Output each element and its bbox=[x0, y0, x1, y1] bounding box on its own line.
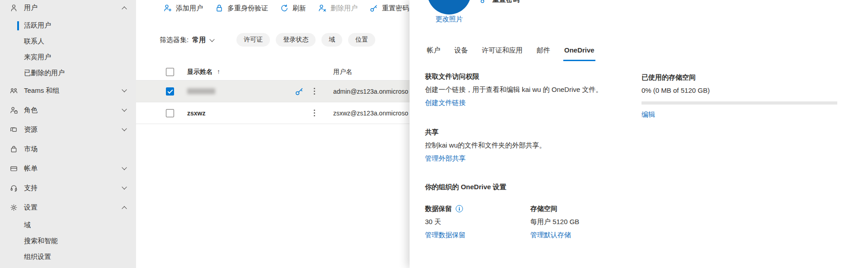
org-onedrive-settings-header: 你的组织的 OneDrive 设置 bbox=[425, 183, 506, 191]
selected-indicator bbox=[17, 21, 19, 30]
sidebar-item-guest-users[interactable]: 来宾用户 bbox=[0, 49, 136, 65]
sidebar-item-domains[interactable]: 域 bbox=[0, 217, 136, 233]
users-table: 显示姓名 ↑ 用户名 admin@zs123a.onmicroso zsxwz … bbox=[136, 63, 416, 124]
filter-pill-licenses[interactable]: 许可证 bbox=[236, 33, 270, 47]
shopping-bag-icon bbox=[9, 145, 18, 154]
reset-password-row-icon[interactable] bbox=[294, 86, 304, 96]
sidebar-item-users[interactable]: 用户 bbox=[0, 0, 136, 18]
lock-icon bbox=[215, 4, 224, 13]
button-label: 重置密码 bbox=[382, 4, 409, 13]
chevron-down-icon[interactable] bbox=[210, 37, 215, 42]
key-icon bbox=[369, 4, 378, 13]
sidebar-item-label: 搜索和智能 bbox=[24, 237, 58, 245]
tab-mail[interactable]: 邮件 bbox=[536, 43, 551, 61]
sidebar-item-label: 设置 bbox=[24, 203, 38, 212]
retention-value: 30 天 bbox=[425, 217, 466, 227]
button-label: 添加用户 bbox=[176, 4, 203, 13]
sort-ascending-icon: ↑ bbox=[217, 68, 220, 75]
filter-pill-signin-status[interactable]: 登录状态 bbox=[276, 33, 316, 47]
edit-storage-link[interactable]: 编辑 bbox=[642, 110, 837, 120]
sidebar-item-label: Teams 和组 bbox=[24, 86, 59, 95]
select-all-checkbox[interactable] bbox=[166, 68, 174, 76]
person-icon bbox=[9, 4, 18, 13]
table-row[interactable]: admin@zs123a.onmicroso bbox=[136, 81, 416, 102]
sidebar-item-search-intelligence[interactable]: 搜索和智能 bbox=[0, 233, 136, 249]
filter-set-value[interactable]: 常用 bbox=[192, 36, 206, 44]
section-description: 控制kai wu的文件和文件夹的外部共享。 bbox=[425, 140, 546, 150]
section-title: 存储空间 bbox=[530, 204, 579, 214]
delete-user-button[interactable]: 删除用户 bbox=[318, 4, 358, 13]
column-username[interactable]: 用户名 bbox=[333, 68, 352, 76]
create-file-link[interactable]: 创建文件链接 bbox=[425, 98, 603, 108]
sharing-section: 共享 控制kai wu的文件和文件夹的外部共享。 管理外部共享 bbox=[425, 127, 546, 163]
table-row[interactable]: zsxwz zsxwz@zs123a.onmicroso bbox=[136, 102, 416, 124]
sidebar-item-support[interactable]: 支持 bbox=[0, 178, 136, 198]
mfa-button[interactable]: 多重身份验证 bbox=[215, 4, 268, 13]
people-group-icon bbox=[9, 86, 18, 96]
sidebar-item-teams-groups[interactable]: Teams 和组 bbox=[0, 81, 136, 100]
chevron-down-icon bbox=[122, 165, 127, 170]
tab-licenses-apps[interactable]: 许可证和应用 bbox=[481, 43, 524, 61]
sidebar-item-roles[interactable]: 角色 bbox=[0, 100, 136, 120]
refresh-icon bbox=[280, 4, 289, 13]
add-user-button[interactable]: 添加用户 bbox=[163, 4, 203, 13]
more-actions-icon[interactable] bbox=[314, 91, 315, 92]
person-delete-icon bbox=[318, 4, 327, 13]
change-photo-link[interactable]: 更改照片 bbox=[427, 15, 471, 24]
sidebar-item-marketplace[interactable]: 市场 bbox=[0, 139, 136, 159]
retention-section: 数据保留 30 天 管理数据保留 bbox=[425, 204, 466, 240]
person-badge-icon bbox=[9, 106, 18, 115]
button-label: 多重身份验证 bbox=[227, 4, 268, 13]
refresh-button[interactable]: 刷新 bbox=[280, 4, 306, 13]
sidebar-item-deleted-users[interactable]: 已删除的用户 bbox=[0, 65, 136, 81]
filter-pill-location[interactable]: 位置 bbox=[348, 33, 375, 47]
sidebar-item-settings[interactable]: 设置 bbox=[0, 198, 136, 217]
row-checkbox[interactable] bbox=[166, 109, 174, 117]
sidebar-item-org-settings[interactable]: 组织设置 bbox=[0, 249, 136, 265]
sidebar-item-label: 联系人 bbox=[24, 37, 44, 46]
filter-pill-domain[interactable]: 域 bbox=[321, 33, 342, 47]
sidebar-nav: 用户 活跃用户 联系人 来宾用户 已删除的用户 Teams 和组 角 bbox=[0, 0, 136, 265]
row-checkbox[interactable] bbox=[166, 87, 174, 96]
button-label: 刷新 bbox=[292, 4, 306, 13]
sidebar-item-contacts[interactable]: 联系人 bbox=[0, 34, 136, 49]
panel-tabs: 帐户 设备 许可证和应用 邮件 OneDrive bbox=[426, 43, 595, 61]
manage-default-storage-link[interactable]: 管理默认存储 bbox=[530, 230, 579, 240]
reset-password-button[interactable]: 重置密码 bbox=[369, 4, 409, 13]
chevron-down-icon bbox=[122, 184, 127, 189]
section-title: 获取文件访问权限 bbox=[425, 72, 603, 81]
info-icon[interactable] bbox=[456, 205, 463, 212]
filter-row: 筛选器集: 常用 许可证 登录状态 域 位置 bbox=[160, 33, 375, 47]
sidebar-item-label: 来宾用户 bbox=[24, 53, 51, 62]
tab-onedrive[interactable]: OneDrive bbox=[563, 43, 595, 61]
storage-used-section: 已使用的存储空间 0% (0 MB of 5120 GB) 编辑 bbox=[642, 72, 837, 120]
credit-card-icon bbox=[9, 164, 18, 173]
tab-account[interactable]: 帐户 bbox=[426, 43, 441, 61]
sidebar-item-label: 角色 bbox=[24, 106, 38, 115]
chevron-down-icon bbox=[122, 87, 127, 92]
panel-reset-password-button[interactable]: 重置密码 bbox=[480, 0, 519, 4]
more-actions-icon[interactable] bbox=[314, 112, 315, 114]
tab-devices[interactable]: 设备 bbox=[453, 43, 469, 61]
sidebar-item-billing[interactable]: 帐单 bbox=[0, 159, 136, 178]
column-display-name[interactable]: 显示姓名 ↑ bbox=[187, 68, 220, 76]
sidebar-item-label: 市场 bbox=[24, 145, 38, 153]
person-add-icon bbox=[163, 4, 172, 13]
sidebar-item-resources[interactable]: 资源 bbox=[0, 120, 136, 139]
section-title: 数据保留 bbox=[425, 204, 452, 214]
manage-external-sharing-link[interactable]: 管理外部共享 bbox=[425, 153, 546, 163]
chevron-down-icon bbox=[122, 126, 127, 131]
toolbar: 添加用户 多重身份验证 刷新 删除用户 重置密码 bbox=[136, 0, 430, 16]
sidebar-item-label: 组织设置 bbox=[24, 253, 51, 261]
manage-retention-link[interactable]: 管理数据保留 bbox=[425, 230, 466, 240]
active-users-page: 添加用户 多重身份验证 刷新 删除用户 重置密码 筛选器集: 常用 许可证 登录… bbox=[136, 0, 416, 268]
section-description: 创建一个链接，用于查看和编辑 kai wu 的 OneDrive 文件。 bbox=[425, 85, 603, 95]
storage-progress-bar bbox=[642, 101, 837, 105]
filter-set-label: 筛选器集: bbox=[160, 36, 189, 44]
sidebar-item-active-users[interactable]: 活跃用户 bbox=[0, 18, 136, 34]
chevron-up-icon bbox=[122, 206, 127, 211]
storage-value: 每用户 5120 GB bbox=[530, 217, 579, 227]
section-title: 已使用的存储空间 bbox=[642, 72, 837, 82]
row-username: admin@zs123a.onmicroso bbox=[333, 88, 408, 95]
avatar bbox=[427, 0, 471, 14]
